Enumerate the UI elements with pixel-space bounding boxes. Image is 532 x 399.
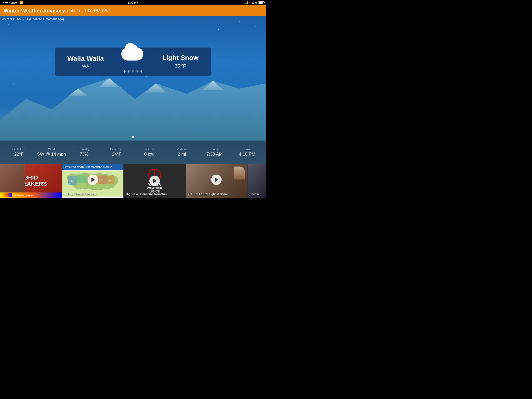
snow-flake-5: ❄ [140,69,143,74]
signal-dot-1 [2,2,4,3]
dew-point-value: 24°F [101,152,133,157]
uv-label: UV Level [133,148,166,151]
weather-icon-container: ❄ ❄ ❄ ❄ ❄ [116,48,150,66]
temperature-display: 32°F [158,63,203,70]
page-indicator-dot [132,136,134,138]
battery-fill [259,2,263,4]
moon-icon: 🌙 [245,1,248,4]
weather-main: • • • • • • • • • • • • • • • • • • • • … [0,16,266,164]
humidity-value: 73% [68,152,101,157]
stat-dew-point: Dew Point 24°F [101,148,133,157]
sunset-label: Sunset [231,148,264,151]
video-strip: GRIDBREAKERS The Weather Channel FORECAS… [0,164,266,198]
stat-sunset: Sunset 4:10 PM [231,148,264,157]
play-triangle-icon [91,178,95,182]
map-title-text: FORECAST HIGHS AND WEATHER [63,165,102,168]
weather-card-right: Light Snow 32°F [150,48,211,76]
city-name: Walla Walla [63,55,108,63]
snow-flake-1: ❄ [123,69,126,74]
video-card-holiday-travel[interactable]: FORECAST HIGHS AND WEATHER SUNDAY 32° [62,164,124,198]
weather-card: Walla Walla WA ❄ ❄ ❄ ❄ ❄ Light Snow 32°F [55,48,211,76]
mountain-background [0,68,266,141]
map-title-bar: FORECAST HIGHS AND WEATHER SUNDAY [62,164,123,170]
snow-flake-4: ❄ [136,69,139,74]
twc-label: The Weather Channel [13,194,34,196]
status-left: Verizon 📶 [2,1,23,4]
sunset-value: 4:10 PM [231,152,264,157]
wind-value: SW @ 14 mph [35,152,68,157]
dew-point-label: Dew Point [101,148,133,151]
sunrise-value: 7:33 AM [198,152,231,157]
play-triangle-icon-2 [153,179,157,183]
snow-flake-2: ❄ [127,69,130,74]
weather-cloud-icon [119,48,147,66]
stat-sunrise: Sunrise 7:33 AM [198,148,231,157]
stat-wind: Wind SW @ 14 mph [35,148,68,157]
state-name: WA [63,64,108,69]
sunrise-label: Sunrise [198,148,231,151]
video-card-grid-breakers[interactable]: GRIDBREAKERS The Weather Channel [0,164,62,198]
video-card-winter-update[interactable]: WINTERWEATHER UPDATE Big Travel Concerns… [124,164,185,198]
play-button-travel[interactable] [88,175,98,185]
advisory-title: Winter Weather Advisory [4,8,65,14]
status-time: 1:00 PM [128,1,138,4]
video-card-december[interactable]: Decem [248,164,266,198]
snowflake-particles: ❄ ❄ ❄ ❄ ❄ [116,69,150,74]
signal-dot-2 [4,2,6,3]
status-right: 🌙 * 93% [245,1,264,4]
svg-text:65°: 65° [101,179,103,181]
cloud-body [121,48,143,61]
video-card-yikes[interactable]: YIKES!: Earth's Ugliest Canni... [186,164,248,198]
twc-logo-bar: The Weather Channel [0,192,62,198]
signal-dot-3 [6,2,8,3]
visibility-label: Visibility [166,148,198,151]
play-button-winter[interactable] [149,176,160,186]
stat-feels-like: Feels Like 22°F [3,148,35,157]
battery-percent: 93% [251,1,257,4]
advisory-subtitle: until Fri, 1:00 PM PST [67,8,110,14]
stat-humidity: Humidity 73% [68,148,101,157]
snow-flake-3: ❄ [131,69,135,74]
carrier-label: Verizon [9,1,18,4]
svg-text:32°: 32° [71,180,74,182]
map-day-text: SUNDAY [103,166,112,168]
timestamp: As of 9:45 AM PST (Updated a moment ago) [2,17,64,21]
feels-like-label: Feels Like [3,148,35,151]
stat-uv: UV Level 0 low [133,148,166,157]
wind-label: Wind [35,148,68,151]
bluetooth-icon: * [249,1,250,4]
visibility-value: 2 mi [166,152,198,157]
wifi-icon: 📶 [19,1,23,4]
stat-visibility: Visibility 2 mi [166,148,198,157]
play-triangle-icon-3 [215,178,218,182]
video-title-december: Decem [250,192,264,196]
advisory-banner: Winter Weather Advisory until Fri, 1:00 … [0,5,266,16]
weather-card-left: Walla Walla WA [55,48,116,75]
feels-like-value: 22°F [3,152,35,157]
play-button-yikes[interactable] [211,175,222,185]
status-bar: Verizon 📶 1:00 PM 🌙 * 93% [0,0,266,5]
uv-value: 0 low [133,152,166,157]
video-title-winter: Big Travel Concerns from Win... [126,192,183,196]
video-title-travel: Holiday Travel Forecast [64,192,121,196]
humidity-label: Humidity [68,148,101,151]
svg-marker-0 [0,78,266,141]
signal-dots [2,2,8,3]
svg-text:45°: 45° [81,179,83,181]
stats-bar: Feels Like 22°F Wind SW @ 14 mph Humidit… [0,141,266,164]
svg-text:72°: 72° [109,180,112,181]
battery-indicator [258,1,264,4]
video-title-yikes: YIKES!: Earth's Ugliest Canni... [188,192,245,196]
condition-name: Light Snow [158,54,203,62]
